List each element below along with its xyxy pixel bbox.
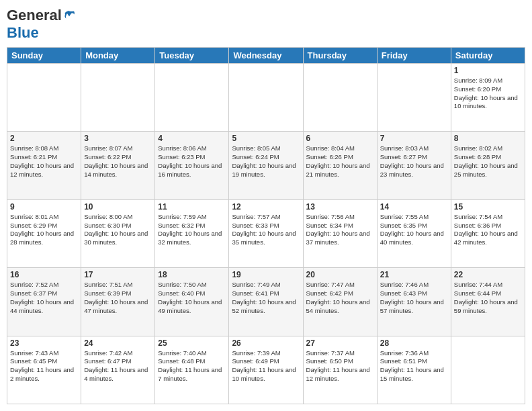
calendar-cell: 1Sunrise: 8:09 AM Sunset: 6:20 PM Daylig… <box>451 64 525 132</box>
day-info: Sunrise: 8:06 AM Sunset: 6:23 PM Dayligh… <box>158 144 226 179</box>
day-number: 18 <box>158 270 226 279</box>
calendar-cell: 24Sunrise: 7:42 AM Sunset: 6:47 PM Dayli… <box>81 336 155 404</box>
day-number: 8 <box>454 134 522 143</box>
day-info: Sunrise: 7:39 AM Sunset: 6:49 PM Dayligh… <box>232 349 300 383</box>
day-number: 26 <box>232 338 300 348</box>
calendar-cell: 22Sunrise: 7:44 AM Sunset: 6:44 PM Dayli… <box>451 268 525 336</box>
day-number: 20 <box>306 270 374 279</box>
calendar-table: SundayMondayTuesdayWednesdayThursdayFrid… <box>7 47 525 404</box>
logo-general-text: General <box>7 7 62 24</box>
calendar-cell <box>451 336 525 404</box>
calendar-cell: 4Sunrise: 8:06 AM Sunset: 6:23 PM Daylig… <box>155 132 229 199</box>
calendar-cell: 5Sunrise: 8:05 AM Sunset: 6:24 PM Daylig… <box>229 132 303 199</box>
day-info: Sunrise: 7:44 AM Sunset: 6:44 PM Dayligh… <box>454 281 522 315</box>
calendar-cell: 15Sunrise: 7:54 AM Sunset: 6:36 PM Dayli… <box>451 199 525 267</box>
header: GeneralBlue <box>7 7 525 42</box>
calendar-cell: 8Sunrise: 8:02 AM Sunset: 6:28 PM Daylig… <box>451 132 525 199</box>
day-number: 2 <box>10 134 78 143</box>
calendar-cell: 13Sunrise: 7:56 AM Sunset: 6:34 PM Dayli… <box>303 199 377 267</box>
calendar-cell: 7Sunrise: 8:03 AM Sunset: 6:27 PM Daylig… <box>377 132 451 199</box>
day-number: 11 <box>158 202 226 212</box>
day-info: Sunrise: 7:42 AM Sunset: 6:47 PM Dayligh… <box>84 349 152 383</box>
weekday-header-wednesday: Wednesday <box>229 48 303 64</box>
day-number: 28 <box>380 338 448 348</box>
day-number: 21 <box>380 270 448 279</box>
calendar-cell: 23Sunrise: 7:43 AM Sunset: 6:45 PM Dayli… <box>7 336 81 404</box>
day-number: 15 <box>454 202 522 212</box>
calendar-week-1: 1Sunrise: 8:09 AM Sunset: 6:20 PM Daylig… <box>7 64 525 132</box>
day-info: Sunrise: 7:36 AM Sunset: 6:51 PM Dayligh… <box>380 349 448 383</box>
day-info: Sunrise: 7:37 AM Sunset: 6:50 PM Dayligh… <box>306 349 374 383</box>
calendar-cell <box>7 64 81 132</box>
day-number: 23 <box>10 338 78 348</box>
day-info: Sunrise: 7:50 AM Sunset: 6:40 PM Dayligh… <box>158 281 226 315</box>
day-number: 12 <box>232 202 300 212</box>
day-info: Sunrise: 8:07 AM Sunset: 6:22 PM Dayligh… <box>84 144 152 179</box>
day-number: 16 <box>10 270 78 279</box>
calendar-week-3: 9Sunrise: 8:01 AM Sunset: 6:29 PM Daylig… <box>7 199 525 267</box>
day-number: 13 <box>306 202 374 212</box>
day-number: 19 <box>232 270 300 279</box>
day-info: Sunrise: 7:46 AM Sunset: 6:43 PM Dayligh… <box>380 281 448 315</box>
calendar-cell: 18Sunrise: 7:50 AM Sunset: 6:40 PM Dayli… <box>155 268 229 336</box>
day-info: Sunrise: 8:00 AM Sunset: 6:30 PM Dayligh… <box>84 213 152 247</box>
day-info: Sunrise: 7:55 AM Sunset: 6:35 PM Dayligh… <box>380 213 448 247</box>
calendar-cell: 19Sunrise: 7:49 AM Sunset: 6:41 PM Dayli… <box>229 268 303 336</box>
calendar-cell: 14Sunrise: 7:55 AM Sunset: 6:35 PM Dayli… <box>377 199 451 267</box>
calendar-cell: 25Sunrise: 7:40 AM Sunset: 6:48 PM Dayli… <box>155 336 229 404</box>
calendar-cell <box>303 64 377 132</box>
day-info: Sunrise: 8:04 AM Sunset: 6:26 PM Dayligh… <box>306 144 374 179</box>
day-number: 9 <box>10 202 78 212</box>
day-info: Sunrise: 8:01 AM Sunset: 6:29 PM Dayligh… <box>10 213 78 247</box>
day-info: Sunrise: 7:49 AM Sunset: 6:41 PM Dayligh… <box>232 281 300 315</box>
logo-blue-text: Blue <box>7 24 39 42</box>
day-number: 3 <box>84 134 152 143</box>
page: GeneralBlue SundayMondayTuesdayWednesday… <box>0 0 532 411</box>
weekday-header-tuesday: Tuesday <box>155 48 229 64</box>
day-info: Sunrise: 7:40 AM Sunset: 6:48 PM Dayligh… <box>158 349 226 383</box>
calendar-cell: 27Sunrise: 7:37 AM Sunset: 6:50 PM Dayli… <box>303 336 377 404</box>
weekday-header-saturday: Saturday <box>451 48 525 64</box>
weekday-header-thursday: Thursday <box>303 48 377 64</box>
calendar-cell: 11Sunrise: 7:59 AM Sunset: 6:32 PM Dayli… <box>155 199 229 267</box>
day-info: Sunrise: 8:08 AM Sunset: 6:21 PM Dayligh… <box>10 144 78 179</box>
calendar-cell: 26Sunrise: 7:39 AM Sunset: 6:49 PM Dayli… <box>229 336 303 404</box>
day-number: 17 <box>84 270 152 279</box>
calendar-cell <box>155 64 229 132</box>
day-info: Sunrise: 7:52 AM Sunset: 6:37 PM Dayligh… <box>10 281 78 315</box>
day-info: Sunrise: 7:57 AM Sunset: 6:33 PM Dayligh… <box>232 213 300 247</box>
day-info: Sunrise: 8:09 AM Sunset: 6:20 PM Dayligh… <box>454 77 522 111</box>
calendar-cell: 20Sunrise: 7:47 AM Sunset: 6:42 PM Dayli… <box>303 268 377 336</box>
day-info: Sunrise: 7:56 AM Sunset: 6:34 PM Dayligh… <box>306 213 374 247</box>
logo: GeneralBlue <box>7 7 75 42</box>
calendar-cell: 12Sunrise: 7:57 AM Sunset: 6:33 PM Dayli… <box>229 199 303 267</box>
day-number: 25 <box>158 338 226 348</box>
day-number: 22 <box>454 270 522 279</box>
day-number: 10 <box>84 202 152 212</box>
weekday-header-row: SundayMondayTuesdayWednesdayThursdayFrid… <box>7 48 525 64</box>
calendar-cell: 2Sunrise: 8:08 AM Sunset: 6:21 PM Daylig… <box>7 132 81 199</box>
day-info: Sunrise: 7:59 AM Sunset: 6:32 PM Dayligh… <box>158 213 226 247</box>
day-info: Sunrise: 7:51 AM Sunset: 6:39 PM Dayligh… <box>84 281 152 315</box>
calendar-cell: 28Sunrise: 7:36 AM Sunset: 6:51 PM Dayli… <box>377 336 451 404</box>
weekday-header-monday: Monday <box>81 48 155 64</box>
calendar-cell <box>81 64 155 132</box>
weekday-header-sunday: Sunday <box>7 48 81 64</box>
calendar-cell: 3Sunrise: 8:07 AM Sunset: 6:22 PM Daylig… <box>81 132 155 199</box>
calendar-cell: 6Sunrise: 8:04 AM Sunset: 6:26 PM Daylig… <box>303 132 377 199</box>
day-number: 5 <box>232 134 300 143</box>
calendar-week-5: 23Sunrise: 7:43 AM Sunset: 6:45 PM Dayli… <box>7 336 525 404</box>
day-number: 4 <box>158 134 226 143</box>
day-info: Sunrise: 8:03 AM Sunset: 6:27 PM Dayligh… <box>380 144 448 179</box>
calendar-cell: 21Sunrise: 7:46 AM Sunset: 6:43 PM Dayli… <box>377 268 451 336</box>
day-number: 1 <box>454 66 522 75</box>
day-info: Sunrise: 8:02 AM Sunset: 6:28 PM Dayligh… <box>454 144 522 179</box>
calendar-week-4: 16Sunrise: 7:52 AM Sunset: 6:37 PM Dayli… <box>7 268 525 336</box>
calendar-week-2: 2Sunrise: 8:08 AM Sunset: 6:21 PM Daylig… <box>7 132 525 199</box>
day-info: Sunrise: 7:54 AM Sunset: 6:36 PM Dayligh… <box>454 213 522 247</box>
calendar-cell <box>229 64 303 132</box>
weekday-header-friday: Friday <box>377 48 451 64</box>
day-number: 24 <box>84 338 152 348</box>
calendar-cell: 16Sunrise: 7:52 AM Sunset: 6:37 PM Dayli… <box>7 268 81 336</box>
day-info: Sunrise: 7:47 AM Sunset: 6:42 PM Dayligh… <box>306 281 374 315</box>
